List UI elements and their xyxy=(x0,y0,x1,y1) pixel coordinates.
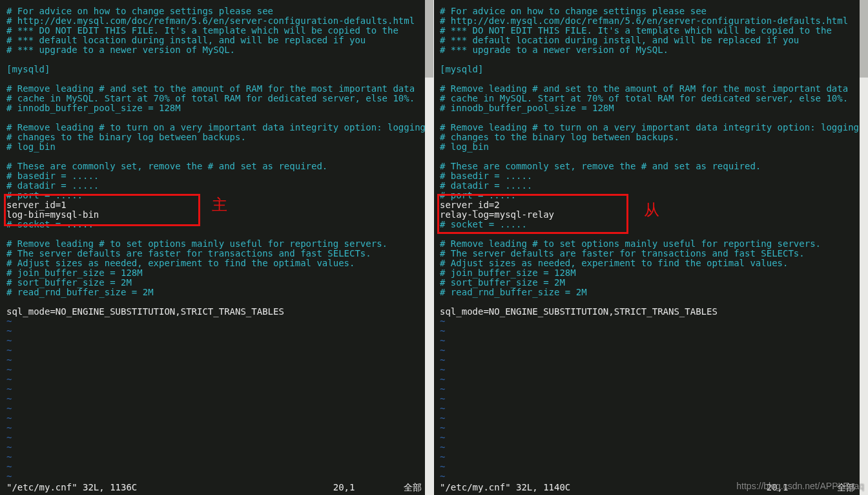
tilde-line: ~ xyxy=(440,336,859,346)
right-scrollbar[interactable] xyxy=(860,0,868,495)
code-line[interactable]: # sort_buffer_size = 2M xyxy=(440,278,859,288)
left-scroll-thumb[interactable] xyxy=(425,0,433,78)
tilde-line: ~ xyxy=(440,365,859,375)
tilde-line: ~ xyxy=(6,384,426,394)
code-line[interactable]: # *** DO NOT EDIT THIS FILE. It's a temp… xyxy=(6,26,426,36)
code-line[interactable]: # datadir = ..... xyxy=(440,181,859,191)
tilde-line: ~ xyxy=(440,326,859,336)
tilde-line: ~ xyxy=(440,394,859,404)
tilde-line: ~ xyxy=(440,317,859,326)
tilde-line: ~ xyxy=(6,443,426,452)
code-line[interactable] xyxy=(440,74,859,84)
code-line[interactable]: # http://dev.mysql.com/doc/refman/5.6/en… xyxy=(6,16,426,26)
code-line[interactable]: # port = ..... xyxy=(440,191,859,200)
tilde-line: ~ xyxy=(440,452,859,462)
watermark: https://blog.csdn.net/APPLEaaq xyxy=(736,481,864,491)
code-line[interactable]: # For advice on how to change settings p… xyxy=(6,6,426,16)
code-line[interactable]: # join_buffer_size = 128M xyxy=(6,268,426,278)
tilde-line: ~ xyxy=(6,317,426,326)
code-line[interactable]: # cache in MySQL. Start at 70% of total … xyxy=(6,94,426,103)
code-line[interactable]: # *** upgrade to a newer version of MySQ… xyxy=(440,45,859,55)
code-line[interactable]: sql_mode=NO_ENGINE_SUBSTITUTION,STRICT_T… xyxy=(440,307,859,317)
code-line[interactable]: # Remove leading # to set options mainly… xyxy=(440,239,859,249)
tilde-line: ~ xyxy=(440,384,859,394)
tilde-line: ~ xyxy=(6,423,426,433)
code-line[interactable]: # datadir = ..... xyxy=(6,181,426,191)
code-line[interactable]: # Remove leading # and set to the amount… xyxy=(6,84,426,94)
code-line[interactable] xyxy=(6,113,426,123)
tilde-line: ~ xyxy=(440,462,859,472)
code-line[interactable]: # These are commonly set, remove the # a… xyxy=(440,162,859,171)
code-line[interactable] xyxy=(440,297,859,307)
code-line[interactable]: # basedir = ..... xyxy=(6,171,426,181)
code-line[interactable]: # changes to the binary log between back… xyxy=(440,132,859,142)
code-line[interactable]: # basedir = ..... xyxy=(440,171,859,181)
tilde-line: ~ xyxy=(440,375,859,384)
code-line[interactable]: # read_rnd_buffer_size = 2M xyxy=(6,288,426,297)
tilde-line: ~ xyxy=(6,414,426,423)
tilde-line: ~ xyxy=(6,355,426,365)
code-line[interactable]: sql_mode=NO_ENGINE_SUBSTITUTION,STRICT_T… xyxy=(6,307,426,317)
code-line[interactable]: # log_bin xyxy=(440,142,859,152)
code-line[interactable] xyxy=(6,297,426,307)
code-line[interactable] xyxy=(6,55,426,65)
tilde-line: ~ xyxy=(6,365,426,375)
tilde-line: ~ xyxy=(6,472,426,481)
code-line[interactable]: # sort_buffer_size = 2M xyxy=(6,278,426,288)
code-line[interactable]: # Adjust sizes as needed, experiment to … xyxy=(440,258,859,268)
code-line[interactable] xyxy=(440,113,859,123)
code-line[interactable] xyxy=(440,152,859,162)
right-scroll-thumb[interactable] xyxy=(860,0,868,78)
pane-splitter[interactable] xyxy=(433,0,434,495)
code-line[interactable]: # Remove leading # and set to the amount… xyxy=(440,84,859,94)
tilde-line: ~ xyxy=(6,404,426,414)
code-line[interactable]: # cache in MySQL. Start at 70% of total … xyxy=(440,94,859,103)
code-line[interactable] xyxy=(6,152,426,162)
left-code-area[interactable]: # For advice on how to change settings p… xyxy=(6,6,426,481)
code-line[interactable]: # *** default location during install, a… xyxy=(440,36,859,45)
tilde-line: ~ xyxy=(6,375,426,384)
code-line[interactable]: # read_rnd_buffer_size = 2M xyxy=(440,288,859,297)
tilde-line: ~ xyxy=(440,472,859,481)
code-line[interactable] xyxy=(6,74,426,84)
code-line[interactable]: # Remove leading # to turn on a very imp… xyxy=(440,123,859,132)
code-line[interactable]: # innodb_buffer_pool_size = 128M xyxy=(440,103,859,113)
code-line[interactable]: # *** upgrade to a newer version of MySQ… xyxy=(6,45,426,55)
code-line[interactable]: # socket = ..... xyxy=(440,220,859,229)
code-line[interactable]: # *** DO NOT EDIT THIS FILE. It's a temp… xyxy=(440,26,859,36)
code-line[interactable]: # join_buffer_size = 128M xyxy=(440,268,859,278)
tilde-line: ~ xyxy=(440,433,859,443)
tilde-line: ~ xyxy=(6,336,426,346)
code-line[interactable] xyxy=(6,229,426,239)
code-line[interactable]: [mysqld] xyxy=(440,65,859,74)
left-scrollbar[interactable] xyxy=(425,0,433,495)
code-line[interactable]: # *** default location during install, a… xyxy=(6,36,426,45)
tilde-line: ~ xyxy=(440,355,859,365)
tilde-line: ~ xyxy=(6,346,426,355)
code-line[interactable]: # These are commonly set, remove the # a… xyxy=(6,162,426,171)
tilde-line: ~ xyxy=(440,404,859,414)
code-line[interactable] xyxy=(440,55,859,65)
right-editor-pane[interactable]: # For advice on how to change settings p… xyxy=(433,0,868,495)
code-line[interactable]: # For advice on how to change settings p… xyxy=(440,6,859,16)
tilde-line: ~ xyxy=(6,394,426,404)
code-line[interactable]: # socket = ..... xyxy=(6,220,426,229)
left-editor-pane[interactable]: # For advice on how to change settings p… xyxy=(0,0,433,495)
code-line[interactable]: # The server defaults are faster for tra… xyxy=(440,249,859,258)
code-line[interactable]: # The server defaults are faster for tra… xyxy=(6,249,426,258)
tilde-line: ~ xyxy=(440,414,859,423)
tilde-line: ~ xyxy=(6,462,426,472)
code-line[interactable]: # http://dev.mysql.com/doc/refman/5.6/en… xyxy=(440,16,859,26)
tilde-line: ~ xyxy=(6,452,426,462)
code-line[interactable]: # Adjust sizes as needed, experiment to … xyxy=(6,258,426,268)
code-line[interactable]: # Remove leading # to set options mainly… xyxy=(6,239,426,249)
right-code-area[interactable]: # For advice on how to change settings p… xyxy=(440,6,859,481)
code-line[interactable]: # Remove leading # to turn on a very imp… xyxy=(6,123,426,132)
code-line[interactable]: [mysqld] xyxy=(6,65,426,74)
left-annotation: 主 xyxy=(212,200,227,210)
right-annotation: 从 xyxy=(644,205,659,215)
code-line[interactable]: # log_bin xyxy=(6,142,426,152)
code-line[interactable] xyxy=(440,229,859,239)
code-line[interactable]: # changes to the binary log between back… xyxy=(6,132,426,142)
code-line[interactable]: # innodb_buffer_pool_size = 128M xyxy=(6,103,426,113)
